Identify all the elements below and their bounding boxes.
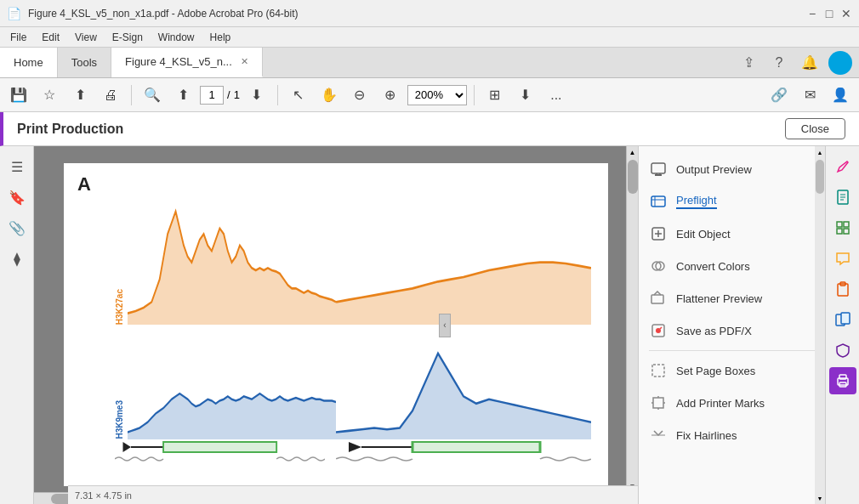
panel-item-flattener-preview[interactable]: Flattener Preview <box>639 282 825 314</box>
toolbar: 💾 ☆ ⬆ 🖨 🔍 ⬆ 1 / 1 ⬇ ↖ ✋ ⊖ ⊕ 200% 150% 10… <box>0 78 859 112</box>
shield-icon[interactable] <box>829 337 856 364</box>
panel-item-add-printer-marks[interactable]: Add Printer Marks <box>639 387 825 419</box>
page-size-label: 7.31 × 4.75 in <box>75 490 132 501</box>
bookmarks-icon[interactable]: 🔖 <box>3 184 31 211</box>
attachments-icon[interactable]: 📎 <box>3 214 31 241</box>
more-tools-button[interactable]: ... <box>543 82 570 109</box>
panel-item-output-preview[interactable]: Output Preview <box>639 153 825 185</box>
right-panel: Output Preview Preflight Edit Object Con… <box>638 146 825 504</box>
help-icon[interactable]: ? <box>767 51 791 75</box>
next-page-button[interactable]: ⬇ <box>243 82 270 109</box>
vertical-scrollbar[interactable]: ▲ ▼ <box>626 146 638 504</box>
tab-tools[interactable]: Tools <box>58 48 111 77</box>
title-bar: 📄 Figure 4_KSL_v5_non_x1a.pdf - Adobe Ac… <box>0 0 859 27</box>
convert-colors-icon <box>649 257 668 275</box>
collapse-panel-arrow[interactable]: ‹ <box>439 314 451 337</box>
panel-separator <box>649 350 815 351</box>
email-button[interactable]: ✉ <box>796 82 823 109</box>
add-printer-marks-icon <box>649 394 668 412</box>
menu-view[interactable]: View <box>68 30 104 45</box>
grid-icon[interactable] <box>829 214 856 241</box>
page-sep: / <box>227 88 230 101</box>
search-button[interactable]: 🔍 <box>139 82 166 109</box>
fix-hairlines-label: Fix Hairlines <box>676 429 737 442</box>
bookmark-button[interactable]: ☆ <box>36 82 63 109</box>
svg-rect-24 <box>652 365 664 377</box>
pages-panel-icon[interactable]: ☰ <box>3 153 31 180</box>
minimize-button[interactable]: − <box>806 8 818 20</box>
preflight-icon <box>649 192 668 211</box>
fix-hairlines-icon <box>649 426 668 445</box>
svg-rect-42 <box>841 313 850 324</box>
main-area: ☰ 🔖 📎 ⧫ A H3K27ac H3K9me3 <box>0 146 859 504</box>
svg-rect-38 <box>844 229 849 234</box>
blue-chart-right <box>336 325 591 439</box>
panel-item-preflight[interactable]: Preflight <box>639 185 825 218</box>
blue-chart-left <box>128 325 336 439</box>
tab-close-button[interactable]: ✕ <box>241 56 248 67</box>
window-title: Figure 4_KSL_v5_non_x1a.pdf - Adobe Acro… <box>28 8 299 20</box>
panel-scroll-down[interactable]: ▼ <box>815 492 825 504</box>
add-printer-marks-label: Add Printer Marks <box>676 397 765 410</box>
page-input[interactable]: 1 <box>200 86 224 105</box>
menu-file[interactable]: File <box>3 30 33 45</box>
share-icon[interactable]: ⇪ <box>737 51 760 75</box>
save-button[interactable]: 💾 <box>5 82 32 109</box>
print-button[interactable]: 🖨 <box>97 82 124 109</box>
svg-rect-9 <box>655 174 662 176</box>
panel-scrollbar[interactable]: ▲ ▼ <box>815 146 825 504</box>
clipboard-icon[interactable] <box>829 275 856 303</box>
account-button[interactable]: 👤 <box>827 82 854 109</box>
panel-item-save-pdfx[interactable]: Save as PDF/X <box>639 314 825 347</box>
svg-marker-4 <box>349 442 361 452</box>
tab-home[interactable]: Home <box>0 48 58 77</box>
upload-button[interactable]: ⬆ <box>66 82 94 109</box>
pages-icon[interactable] <box>829 306 856 333</box>
panel-item-convert-colors[interactable]: Convert Colors <box>639 250 825 282</box>
output-preview-icon <box>649 160 668 178</box>
document-icon[interactable] <box>829 184 856 211</box>
scroll-thumb[interactable] <box>628 160 638 194</box>
link-tool[interactable]: 🔗 <box>765 82 793 109</box>
panel-item-fix-hairlines[interactable]: Fix Hairlines <box>639 419 825 451</box>
print-production-active-icon[interactable] <box>829 367 856 394</box>
notifications-icon[interactable]: 🔔 <box>798 51 822 75</box>
annotate-icon[interactable] <box>829 153 856 180</box>
flattener-preview-icon <box>649 289 668 308</box>
hand-tool[interactable]: ✋ <box>316 82 343 109</box>
fit-page-button[interactable]: ⊞ <box>481 82 509 109</box>
close-panel-button[interactable]: Close <box>785 118 845 139</box>
scroll-up-button[interactable]: ▲ <box>627 146 638 158</box>
zoom-in-button[interactable]: ⊕ <box>377 82 404 109</box>
viewer-area: A H3K27ac H3K9me3 <box>34 146 638 504</box>
zoom-out-button[interactable]: ⊖ <box>346 82 373 109</box>
tab-document[interactable]: Figure 4_KSL_v5_n... ✕ <box>111 48 263 77</box>
cursor-tool[interactable]: ↖ <box>285 82 312 109</box>
gene-annotation-left <box>115 435 325 469</box>
flattener-preview-label: Flattener Preview <box>676 292 762 305</box>
y-label-blue: H3K9me3 <box>115 400 124 439</box>
menu-window[interactable]: Window <box>151 30 202 45</box>
restore-button[interactable]: □ <box>823 8 835 20</box>
y-label-orange: H3K27ac <box>115 289 124 325</box>
panel-scroll-up[interactable]: ▲ <box>815 146 825 158</box>
menu-edit[interactable]: Edit <box>35 30 66 45</box>
prev-page-button[interactable]: ⬆ <box>169 82 196 109</box>
layers-icon[interactable]: ⧫ <box>3 245 31 272</box>
panel-item-set-page-boxes[interactable]: Set Page Boxes <box>639 354 825 387</box>
comment-icon[interactable] <box>829 245 856 272</box>
menu-esign[interactable]: E-Sign <box>105 30 150 45</box>
save-pdfx-icon <box>649 321 668 340</box>
tab-bar: Home Tools Figure 4_KSL_v5_n... ✕ ⇪ ? 🔔 <box>0 48 859 78</box>
menu-help[interactable]: Help <box>203 30 238 45</box>
user-avatar[interactable] <box>828 51 852 75</box>
svg-line-23 <box>660 327 662 329</box>
right-sidebar <box>825 146 859 504</box>
window-close-button[interactable]: ✕ <box>840 8 852 20</box>
save-pdfx-label: Save as PDF/X <box>676 325 752 337</box>
zoom-select[interactable]: 200% 150% 100% 75% 50% <box>407 85 467 105</box>
panel-item-edit-object[interactable]: Edit Object <box>639 218 825 250</box>
rotate-button[interactable]: ⬇ <box>512 82 539 109</box>
orange-chart-right <box>336 189 591 325</box>
panel-scroll-thumb[interactable] <box>816 160 824 194</box>
